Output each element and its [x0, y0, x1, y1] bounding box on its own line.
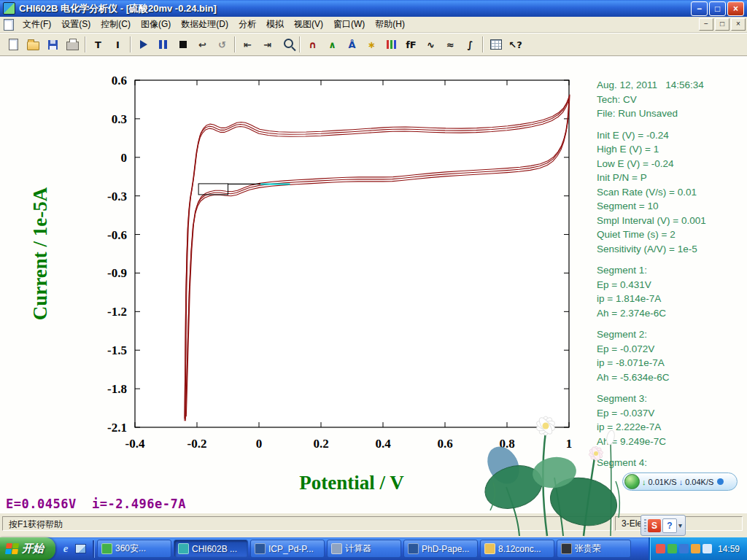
menu-simulation[interactable]: 模拟	[261, 16, 289, 33]
plot-frame	[135, 80, 569, 427]
mdi-close-button[interactable]: ×	[731, 18, 746, 31]
color-bars-icon[interactable]	[382, 35, 401, 54]
text-format-icon[interactable]: T	[88, 35, 108, 54]
run-experiment-icon[interactable]	[133, 35, 153, 54]
upload-speed: 0.04K/S	[685, 478, 713, 486]
task-buttons: 360安... CHI602B ... ICP_Pd-P... 计算器 PhD-…	[97, 540, 649, 558]
info-line: Tech: CV	[597, 93, 744, 107]
info-line: Quiet Time (s) = 2	[597, 228, 744, 242]
axis-format-icon[interactable]: I	[108, 35, 128, 54]
spectrum-view-icon[interactable]: ∧	[322, 35, 342, 54]
quick-launch: e	[55, 543, 90, 555]
task-qq-contact[interactable]: 张贵荣	[557, 540, 631, 558]
step-forward-icon[interactable]: ⇥	[258, 35, 277, 54]
tray-app-3-icon[interactable]	[679, 544, 689, 553]
language-bar[interactable]: S ? ▾	[640, 515, 686, 536]
reverse-scan-icon[interactable]: ↩	[193, 35, 212, 54]
tray-icons	[656, 544, 712, 553]
maximize-button[interactable]: □	[709, 1, 726, 16]
impedance-icon[interactable]: fF	[401, 35, 421, 54]
download-speed: 0.01K/S	[649, 478, 677, 486]
tray-app-1-icon[interactable]	[656, 544, 665, 553]
y-tick-label: 0	[121, 151, 128, 165]
tray-volume-icon[interactable]	[703, 544, 712, 553]
repeat-run-icon[interactable]: ↺	[212, 35, 232, 54]
print-icon[interactable]	[63, 35, 82, 54]
menu-setup[interactable]: 设置(S)	[56, 16, 96, 33]
lotus-bud	[605, 429, 616, 446]
sogou-ime-icon[interactable]: S	[648, 519, 661, 532]
taskbar-clock[interactable]: 14:59	[718, 544, 740, 554]
info-line: Segment 1:	[597, 263, 744, 278]
y-axis-title: Current / 1e-5A	[29, 187, 51, 320]
window-title: CHI602B 电化学分析仪 - [硫酸20mv -0.24.bin]	[19, 2, 689, 15]
mdi-restore-button[interactable]: □	[715, 18, 729, 31]
toolbar-separator	[482, 36, 484, 52]
menu-view[interactable]: 视图(V)	[289, 16, 328, 33]
open-file-icon[interactable]	[23, 35, 43, 54]
info-line: ip = -8.071e-7A	[597, 356, 744, 370]
net-speed-widget[interactable]: ↓ 0.01K/S ↓ 0.04K/S	[622, 472, 738, 491]
net-widget-icon	[624, 474, 640, 489]
language-bar-grip[interactable]	[644, 519, 646, 532]
info-gap	[597, 320, 744, 327]
baseline-correction-icon[interactable]: ∗	[362, 35, 382, 54]
start-label: 开始	[22, 542, 44, 556]
windows-logo-icon	[5, 543, 19, 554]
toolbar-separator	[85, 36, 86, 52]
minimize-button[interactable]: −	[691, 1, 708, 16]
menu-window[interactable]: 窗口(W)	[328, 16, 370, 33]
info-line: Sensitivity (A/V) = 1e-5	[597, 242, 744, 257]
menu-control[interactable]: 控制(C)	[96, 16, 136, 33]
info-line: Low E (V) = -0.24	[597, 157, 744, 171]
new-file-icon[interactable]	[4, 35, 23, 54]
menu-help[interactable]: 帮助(H)	[370, 16, 410, 33]
menu-file[interactable]: 文件(F)	[18, 16, 56, 33]
menu-data-processing[interactable]: 数据处理(D)	[176, 16, 233, 33]
task-phd-doc[interactable]: PhD-Pape...	[403, 540, 478, 558]
lotus-flower-1	[535, 416, 556, 436]
download-arrow-icon: ↓	[642, 478, 646, 486]
mdi-minimize-button[interactable]: −	[699, 18, 713, 31]
context-help-icon[interactable]: ↖?	[506, 35, 525, 54]
save-file-icon[interactable]	[43, 35, 63, 54]
derivative-icon[interactable]: ≈	[441, 35, 460, 54]
info-line: Segment 2:	[597, 327, 744, 342]
task-folder-812conc[interactable]: 8.12conc...	[480, 540, 554, 558]
show-desktop-icon[interactable]	[75, 544, 86, 553]
menu-graphics[interactable]: 图像(G)	[136, 16, 176, 33]
ie-quicklaunch-icon[interactable]: e	[60, 543, 71, 555]
stop-experiment-icon[interactable]	[173, 35, 193, 54]
title-bar[interactable]: CHI602B 电化学分析仪 - [硫酸20mv -0.24.bin] − □ …	[0, 0, 747, 17]
tray-app-4-icon[interactable]	[691, 544, 700, 553]
task-360[interactable]: 360安...	[97, 540, 171, 558]
area-analysis-icon[interactable]: Å	[342, 35, 362, 54]
info-gap	[597, 384, 744, 392]
task-calculator[interactable]: 计算器	[327, 540, 401, 558]
x-tick-label: -0.4	[125, 437, 145, 451]
close-button[interactable]: ×	[727, 1, 744, 16]
zoom-in-icon[interactable]	[277, 35, 297, 54]
child-window-icon[interactable]	[4, 19, 14, 31]
toolbar-separator	[130, 36, 131, 52]
y-tick-label: -1.5	[107, 343, 127, 357]
info-line: ip = 1.814e-7A	[597, 292, 744, 306]
task-chi602b[interactable]: CHI602B ...	[174, 540, 248, 558]
x-tick-label: -0.2	[187, 437, 207, 451]
peak-analysis-icon[interactable]: ∩	[303, 35, 322, 54]
pause-experiment-icon[interactable]	[153, 35, 173, 54]
task-icp-doc[interactable]: ICP_Pd-P...	[250, 540, 325, 558]
task-chi602b-icon	[178, 543, 189, 554]
step-back-icon[interactable]: ⇤	[238, 35, 258, 54]
tray-app-2-icon[interactable]	[667, 544, 677, 553]
data-listing-icon[interactable]	[486, 35, 506, 54]
curve-fitting-icon[interactable]: ∫	[460, 35, 480, 54]
language-bar-options-icon[interactable]: ▾	[678, 521, 682, 529]
menu-analysis[interactable]: 分析	[233, 16, 261, 33]
ime-help-icon[interactable]: ?	[662, 518, 677, 533]
start-button[interactable]: 开始	[0, 537, 55, 560]
smoothing-icon[interactable]: ∿	[421, 35, 441, 54]
y-tick-label: -1.2	[107, 305, 127, 319]
upload-arrow-icon: ↓	[679, 478, 684, 486]
y-tick-label: -2.1	[107, 421, 127, 435]
